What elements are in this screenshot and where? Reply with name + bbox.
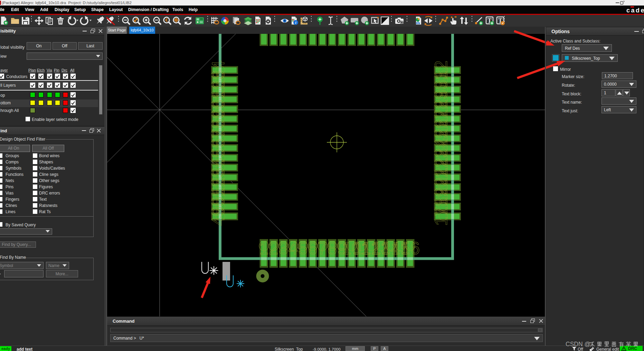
svg-text:3: 3 (278, 239, 288, 258)
svg-text:49: 49 (209, 207, 228, 226)
svg-text:CSDN @: CSDN @ (566, 341, 590, 348)
svg-text:1: 1 (259, 239, 269, 258)
svg-text:4: 4 (288, 239, 298, 258)
svg-text:5: 5 (298, 239, 308, 258)
svg-text:6: 6 (308, 239, 318, 258)
svg-text:7: 7 (318, 239, 327, 258)
svg-text:8: 8 (327, 239, 337, 258)
svg-text:17: 17 (432, 207, 451, 226)
svg-text:16: 16 (400, 239, 420, 258)
svg-text:2: 2 (269, 239, 278, 258)
